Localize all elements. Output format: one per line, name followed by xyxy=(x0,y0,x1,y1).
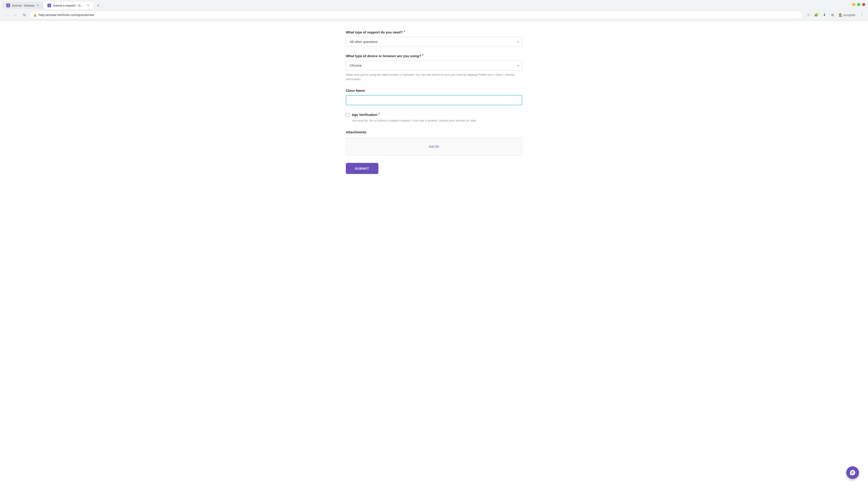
age-verification-row: Age Verification * xyxy=(346,112,522,117)
support-type-section: What type of support do you need? * All … xyxy=(346,30,522,46)
age-verification-required: * xyxy=(378,112,379,117)
new-tab-button[interactable]: + xyxy=(95,2,101,8)
class-name-section: Class Name xyxy=(346,89,522,105)
submit-section: SUBMIT xyxy=(346,163,522,174)
device-browser-section: What type of device or browser are you u… xyxy=(346,54,522,81)
close-button[interactable]: ✕ xyxy=(862,3,865,6)
device-browser-label: What type of device or browser are you u… xyxy=(346,54,522,58)
attachments-label: Attachments xyxy=(346,130,522,134)
tab-submit[interactable]: S Submit a request – Seesaw Hel… ✕ xyxy=(44,2,94,9)
add-file-link[interactable]: Add file xyxy=(429,145,439,149)
class-name-label: Class Name xyxy=(346,89,522,92)
page-content: What type of support do you need? * All … xyxy=(332,21,536,486)
window-controls: − □ ✕ xyxy=(852,3,865,8)
tab-title-submit: Submit a request – Seesaw Hel… xyxy=(53,4,85,7)
tab-favicon-submit: S xyxy=(48,4,51,7)
chat-icon xyxy=(849,469,856,476)
age-verification-section: Age Verification * You must be 18+ to su… xyxy=(346,112,522,123)
nav-bar: ← → ↻ 🔒 help.seesaw.me/hc/en-us/requests… xyxy=(0,9,868,21)
class-name-input[interactable] xyxy=(346,95,522,105)
device-browser-wrapper: ChromeSafariFirefoxEdgeiOSAndroid ▾ xyxy=(346,61,522,70)
attachments-drop-zone[interactable]: Add file xyxy=(346,138,522,156)
refresh-button[interactable]: ↻ xyxy=(21,11,28,19)
browser-frame: S Journal - Seesaw ✕ S Submit a request … xyxy=(0,0,868,21)
title-bar: S Journal - Seesaw ✕ S Submit a request … xyxy=(0,0,868,9)
tab-close-journal[interactable]: ✕ xyxy=(36,4,40,7)
more-menu-button[interactable]: ⋮ xyxy=(858,11,865,19)
age-verification-label: Age Verification * xyxy=(352,112,380,117)
support-type-wrapper: All other questionsTechnical issueBillin… xyxy=(346,37,522,46)
tab-journal[interactable]: S Journal - Seesaw ✕ xyxy=(3,2,43,9)
support-type-required: * xyxy=(404,30,405,34)
maximize-button[interactable]: □ xyxy=(857,3,860,6)
nav-actions: ☆ 🧩 ⬇ ⧉ 🕵️ Incognito ⋮ xyxy=(804,11,865,19)
device-browser-required: * xyxy=(422,54,423,58)
age-verification-checkbox[interactable] xyxy=(346,113,349,117)
incognito-label: Incognito xyxy=(843,13,855,17)
url-text: help.seesaw.me/hc/en-us/requests/new xyxy=(39,13,799,17)
download-button[interactable]: ⬇ xyxy=(821,11,828,19)
minimize-button[interactable]: − xyxy=(852,3,855,6)
bookmark-button[interactable]: ☆ xyxy=(804,11,812,19)
support-type-select[interactable]: All other questionsTechnical issueBillin… xyxy=(346,37,522,46)
tab-close-submit[interactable]: ✕ xyxy=(86,4,90,7)
support-type-label: What type of support do you need? * xyxy=(346,30,522,34)
incognito-badge: 🕵️ Incognito xyxy=(837,12,857,18)
tab-favicon-journal: S xyxy=(6,4,10,7)
tab-title-journal: Journal - Seesaw xyxy=(12,4,34,7)
extensions-button[interactable]: 🧩 xyxy=(813,11,820,19)
lock-icon: 🔒 xyxy=(33,13,37,17)
age-verification-description: You must be 18+ to submit a support requ… xyxy=(352,119,522,123)
chat-bubble-button[interactable] xyxy=(846,466,859,479)
attachments-section: Attachments Add file xyxy=(346,130,522,156)
device-browser-select[interactable]: ChromeSafariFirefoxEdgeiOSAndroid xyxy=(346,61,522,70)
submit-button[interactable]: SUBMIT xyxy=(346,163,378,174)
forward-button[interactable]: → xyxy=(12,11,19,19)
incognito-icon: 🕵️ xyxy=(839,13,842,17)
back-button[interactable]: ← xyxy=(3,11,10,19)
url-bar[interactable]: 🔒 help.seesaw.me/hc/en-us/requests/new xyxy=(30,11,803,19)
device-browser-hint: Make sure you're using the latest versio… xyxy=(346,72,522,81)
split-view-button[interactable]: ⧉ xyxy=(829,11,836,19)
